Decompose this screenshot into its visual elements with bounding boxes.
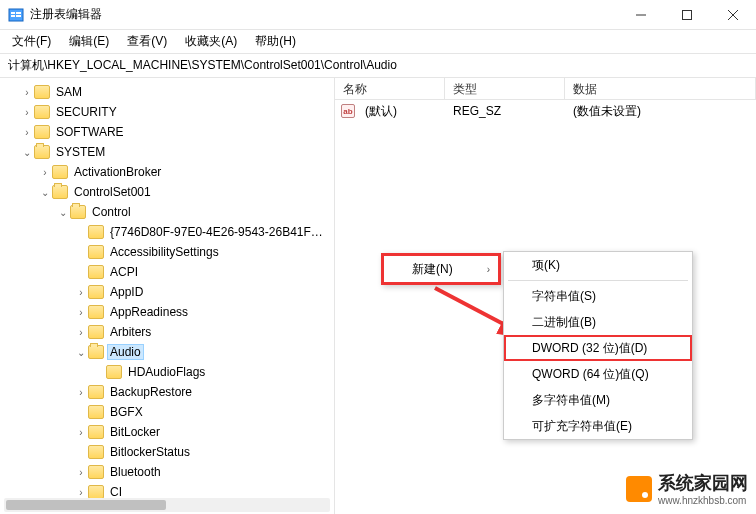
folder-icon (88, 325, 104, 339)
folder-icon (88, 445, 104, 459)
menu-favorites[interactable]: 收藏夹(A) (177, 31, 245, 52)
tree-item-appid[interactable]: ›AppID (0, 282, 334, 302)
folder-icon (88, 225, 104, 239)
minimize-button[interactable] (618, 0, 664, 30)
submenu-arrow-icon: › (487, 264, 490, 275)
chevron-right-icon: › (74, 487, 88, 498)
tree-item-security[interactable]: ›SECURITY (0, 102, 334, 122)
tree-item-bitlocker[interactable]: ›BitLocker (0, 422, 334, 442)
chevron-right-icon: › (20, 107, 34, 118)
menu-edit[interactable]: 编辑(E) (61, 31, 117, 52)
ctx-new-key[interactable]: 项(K) (504, 252, 692, 278)
tree-item-guid[interactable]: ›{7746D80F-97E0-4E26-9543-26B41F… (0, 222, 334, 242)
tree-item-audio[interactable]: ⌄Audio (0, 342, 334, 362)
folder-icon (88, 265, 104, 279)
folder-icon (88, 285, 104, 299)
ctx-new[interactable]: 新建(N) › (384, 256, 498, 282)
chevron-down-icon: ⌄ (38, 187, 52, 198)
titlebar: 注册表编辑器 (0, 0, 756, 30)
chevron-right-icon: › (74, 287, 88, 298)
ctx-new-qword[interactable]: QWORD (64 位)值(Q) (504, 361, 692, 387)
list-header: 名称 类型 数据 (335, 78, 756, 100)
chevron-down-icon: ⌄ (56, 207, 70, 218)
tree-item-control[interactable]: ⌄Control (0, 202, 334, 222)
folder-open-icon (52, 185, 68, 199)
tree-item-appreadiness[interactable]: ›AppReadiness (0, 302, 334, 322)
folder-icon (88, 305, 104, 319)
menu-separator (508, 280, 688, 281)
regedit-icon (8, 7, 24, 23)
tree-item-arbiters[interactable]: ›Arbiters (0, 322, 334, 342)
menu-file[interactable]: 文件(F) (4, 31, 59, 52)
tree-item-accessibility[interactable]: ›AccessibilitySettings (0, 242, 334, 262)
tree-item-sam[interactable]: ›SAM (0, 82, 334, 102)
chevron-right-icon: › (74, 327, 88, 338)
chevron-down-icon: ⌄ (74, 347, 88, 358)
ctx-new-multistring[interactable]: 多字符串值(M) (504, 387, 692, 413)
menubar: 文件(F) 编辑(E) 查看(V) 收藏夹(A) 帮助(H) (0, 30, 756, 54)
tree-item-acpi[interactable]: ›ACPI (0, 262, 334, 282)
string-value-icon: ab (341, 104, 355, 118)
value-row-default[interactable]: ab (默认) REG_SZ (数值未设置) (335, 102, 756, 120)
folder-icon (88, 245, 104, 259)
folder-icon (88, 385, 104, 399)
folder-icon (88, 485, 104, 499)
chevron-right-icon: › (74, 467, 88, 478)
tree-item-bgfx[interactable]: ›BGFX (0, 402, 334, 422)
watermark-url: www.hnzkhbsb.com (658, 495, 748, 506)
svg-rect-2 (11, 15, 15, 17)
maximize-button[interactable] (664, 0, 710, 30)
folder-icon (52, 165, 68, 179)
svg-rect-3 (16, 12, 21, 14)
svg-rect-4 (16, 15, 21, 17)
chevron-right-icon: › (20, 87, 34, 98)
ctx-new-binary[interactable]: 二进制值(B) (504, 309, 692, 335)
value-type: REG_SZ (445, 104, 565, 118)
value-data: (数值未设置) (565, 103, 756, 120)
menu-view[interactable]: 查看(V) (119, 31, 175, 52)
folder-open-icon (88, 345, 104, 359)
window-title: 注册表编辑器 (30, 6, 618, 23)
tree-item-system[interactable]: ⌄SYSTEM (0, 142, 334, 162)
folder-icon (34, 85, 50, 99)
chevron-right-icon: › (74, 387, 88, 398)
close-button[interactable] (710, 0, 756, 30)
tree-item-backuprestore[interactable]: ›BackupRestore (0, 382, 334, 402)
folder-open-icon (34, 145, 50, 159)
folder-icon (88, 465, 104, 479)
watermark-logo-icon (626, 476, 652, 502)
column-name[interactable]: 名称 (335, 78, 445, 99)
ctx-new-dword[interactable]: DWORD (32 位)值(D) (504, 335, 692, 361)
tree-item-hdaudioflags[interactable]: ›HDAudioFlags (0, 362, 334, 382)
menu-help[interactable]: 帮助(H) (247, 31, 304, 52)
value-name: (默认) (357, 103, 445, 120)
chevron-right-icon: › (74, 307, 88, 318)
addressbar (0, 54, 756, 78)
folder-icon (34, 125, 50, 139)
chevron-right-icon: › (20, 127, 34, 138)
watermark-text: 系统家园网 (658, 471, 748, 495)
svg-rect-6 (683, 10, 692, 19)
tree-item-software[interactable]: ›SOFTWARE (0, 122, 334, 142)
list-pane: 名称 类型 数据 ab (默认) REG_SZ (数值未设置) 新建(N) › … (335, 78, 756, 514)
folder-icon (88, 425, 104, 439)
folder-icon (88, 405, 104, 419)
context-submenu-new: 项(K) 字符串值(S) 二进制值(B) DWORD (32 位)值(D) QW… (503, 251, 693, 440)
ctx-new-string[interactable]: 字符串值(S) (504, 283, 692, 309)
column-type[interactable]: 类型 (445, 78, 565, 99)
chevron-down-icon: ⌄ (20, 147, 34, 158)
svg-rect-1 (11, 12, 15, 14)
tree-item-activationbroker[interactable]: ›ActivationBroker (0, 162, 334, 182)
horizontal-scrollbar[interactable] (4, 498, 330, 512)
folder-open-icon (70, 205, 86, 219)
tree-item-controlset001[interactable]: ⌄ControlSet001 (0, 182, 334, 202)
tree-item-bluetooth[interactable]: ›Bluetooth (0, 462, 334, 482)
tree-item-bitlockerstatus[interactable]: ›BitlockerStatus (0, 442, 334, 462)
scroll-thumb[interactable] (6, 500, 166, 510)
address-input[interactable] (8, 59, 748, 73)
column-data[interactable]: 数据 (565, 78, 756, 99)
ctx-new-expandstring[interactable]: 可扩充字符串值(E) (504, 413, 692, 439)
folder-icon (106, 365, 122, 379)
chevron-right-icon: › (74, 427, 88, 438)
tree-pane: ›SAM ›SECURITY ›SOFTWARE ⌄SYSTEM ›Activa… (0, 78, 335, 514)
